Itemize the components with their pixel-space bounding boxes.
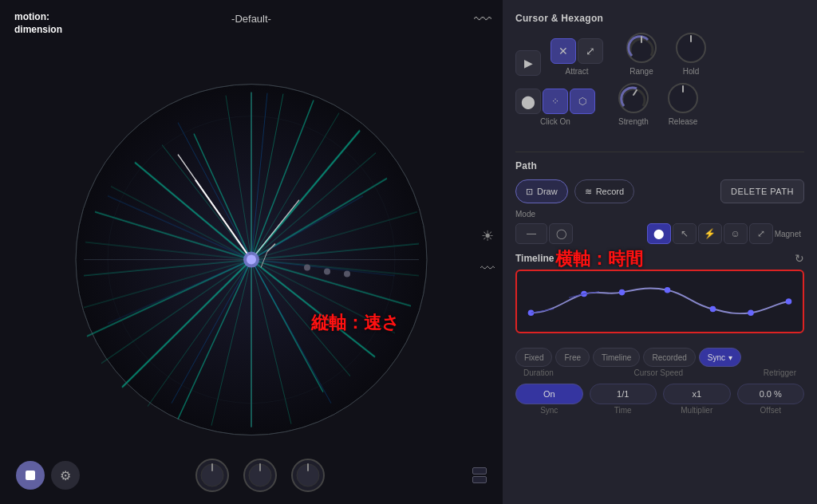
timeline-header: Timeline ↻ xyxy=(515,252,804,265)
mode-bike-btn[interactable]: ⚡ xyxy=(698,223,722,244)
attract-group: ✕ ⤢ Attract xyxy=(551,38,603,76)
time-param-label: Time xyxy=(614,406,632,415)
click-hex-btn[interactable]: ⬡ xyxy=(570,89,595,114)
sync-param-label: Sync xyxy=(540,406,558,415)
release-knob[interactable] xyxy=(667,82,699,114)
attract-label: Attract xyxy=(566,67,589,76)
strength-group: Strength xyxy=(618,82,649,126)
wave-icon: 〰 xyxy=(474,10,491,30)
path-section: Path ⊡ Draw ≋ Record DELETE PATH Mode — … xyxy=(515,160,804,244)
wave-settings-icon[interactable]: 〰 xyxy=(480,261,495,278)
app-title: motion: dimension xyxy=(14,11,62,36)
timeline-svg xyxy=(517,271,803,332)
path-buttons: ⊡ Draw ≋ Record DELETE PATH xyxy=(515,179,804,203)
timeline-refresh-button[interactable]: ↻ xyxy=(795,252,804,265)
release-group: Release xyxy=(667,82,699,126)
sync-on-btn[interactable]: On xyxy=(515,384,583,404)
mode-cursor-btn[interactable]: ↖ xyxy=(673,223,697,244)
side-icons: ☀ 〰 xyxy=(480,227,495,278)
cursor-section: Cursor & Hexagon ▶ ✕ ⤢ Attract xyxy=(515,13,804,132)
record-button[interactable]: ≋ Record xyxy=(574,179,634,203)
sync-chevron-icon: ▾ xyxy=(728,353,732,362)
path-section-title: Path xyxy=(515,160,804,171)
timeline-annotation-wrapper: 横軸：時間 xyxy=(515,270,804,333)
hold-knob[interactable] xyxy=(675,32,707,64)
mult-param-label: Multiplier xyxy=(681,406,712,415)
knob-1[interactable] xyxy=(195,458,230,493)
divider-1 xyxy=(515,152,804,152)
cursor-speed-group: Cursor Speed xyxy=(626,368,691,377)
range-knob[interactable] xyxy=(626,32,657,64)
offset-param-label: Offset xyxy=(760,406,782,415)
offset-btn[interactable]: 0.0 % xyxy=(737,384,805,404)
time-btn[interactable]: 1/1 xyxy=(590,384,657,404)
mult-btn[interactable]: x1 xyxy=(663,384,731,404)
sub-labels: Duration Cursor Speed Retrigger xyxy=(515,368,804,377)
retrigger-label: Retrigger xyxy=(756,368,804,377)
tabs-and-sync: Fixed Free Timeline Recorded Sync ▾ xyxy=(515,348,804,367)
svg-point-77 xyxy=(710,306,716,313)
svg-point-49 xyxy=(247,255,256,265)
svg-point-51 xyxy=(324,269,330,275)
offset-param: 0.0 % Offset xyxy=(737,384,805,415)
svg-point-79 xyxy=(786,298,792,305)
range-group: Range xyxy=(626,32,657,76)
preset-label: -Default- xyxy=(231,13,271,25)
settings-button[interactable]: ⚙ xyxy=(51,461,80,490)
mode-circle-btn[interactable]: ◯ xyxy=(549,223,573,244)
click-dots-btn[interactable]: ⁘ xyxy=(543,89,568,114)
release-label: Release xyxy=(669,117,698,126)
timeline-canvas[interactable] xyxy=(515,270,804,333)
hold-knob-ctrl: Hold xyxy=(675,32,707,76)
cursor-section-title: Cursor & Hexagon xyxy=(515,13,804,24)
tab-recorded[interactable]: Recorded xyxy=(643,348,695,367)
attract-x-btn[interactable]: ✕ xyxy=(551,38,576,64)
mode-row: — ◯ ⬤ ↖ ⚡ ☺ ⤢ Magnet xyxy=(515,223,804,244)
record-icon: ≋ xyxy=(585,187,592,197)
tab-fixed[interactable]: Fixed xyxy=(515,348,552,367)
knob-2[interactable] xyxy=(243,458,278,493)
mode-figure-btn[interactable]: ☺ xyxy=(724,223,748,244)
click-circle-btn[interactable]: ⬤ xyxy=(515,89,541,114)
click-on-btn-group: ⬤ ⁘ ⬡ xyxy=(515,89,595,114)
mode-dot-btn[interactable]: ⬤ xyxy=(647,223,671,244)
strength-knob[interactable] xyxy=(618,82,649,114)
bottom-controls: ⚙ xyxy=(0,458,503,493)
cursor-row-1: ▶ ✕ ⤢ Attract Range xyxy=(515,32,804,76)
draw-icon: ⊡ xyxy=(526,187,533,197)
delete-path-button[interactable]: DELETE PATH xyxy=(720,179,804,203)
cursor-row-2: ⬤ ⁘ ⬡ Click On Strength xyxy=(515,82,804,126)
knob-group xyxy=(195,458,326,493)
svg-rect-72 xyxy=(523,271,796,332)
stop-icon xyxy=(26,471,35,480)
left-panel: motion: dimension -Default- 〰 xyxy=(0,0,503,504)
mode-expand-btn[interactable]: ⤢ xyxy=(749,223,773,244)
click-on-group: ⬤ ⁘ ⬡ Click On xyxy=(515,89,595,126)
strength-label: Strength xyxy=(618,117,649,126)
tab-timeline[interactable]: Timeline xyxy=(593,348,640,367)
brightness-icon[interactable]: ☀ xyxy=(481,227,494,245)
knob-3[interactable] xyxy=(290,458,326,493)
svg-point-52 xyxy=(344,271,350,278)
range-label: Range xyxy=(630,67,653,76)
attract-btn-group: ✕ ⤢ xyxy=(551,38,603,64)
right-panel: Cursor & Hexagon ▶ ✕ ⤢ Attract xyxy=(503,0,817,504)
duration-label: Duration xyxy=(515,368,562,377)
attract-expand-btn[interactable]: ⤢ xyxy=(578,38,603,64)
svg-point-50 xyxy=(304,265,310,271)
svg-point-76 xyxy=(665,287,671,293)
magnet-label: Magnet xyxy=(775,230,801,238)
release-knob-ctrl: Release xyxy=(667,82,699,126)
cursor-arrow-btn[interactable]: ▶ xyxy=(515,50,541,76)
sync-label: Sync xyxy=(708,353,725,362)
mode-label: Mode xyxy=(515,210,804,219)
mode-line-btn[interactable]: — xyxy=(515,223,547,244)
duration-group: Duration xyxy=(515,368,562,377)
draw-button[interactable]: ⊡ Draw xyxy=(515,179,568,203)
mult-param: x1 Multiplier xyxy=(663,384,731,415)
param-row: On Sync 1/1 Time x1 Multiplier 0.0 % Off… xyxy=(515,384,804,415)
sync-button[interactable]: Sync ▾ xyxy=(699,348,741,367)
tab-free[interactable]: Free xyxy=(555,348,590,367)
stop-button[interactable] xyxy=(16,461,45,490)
sync-param: On Sync xyxy=(515,384,583,415)
